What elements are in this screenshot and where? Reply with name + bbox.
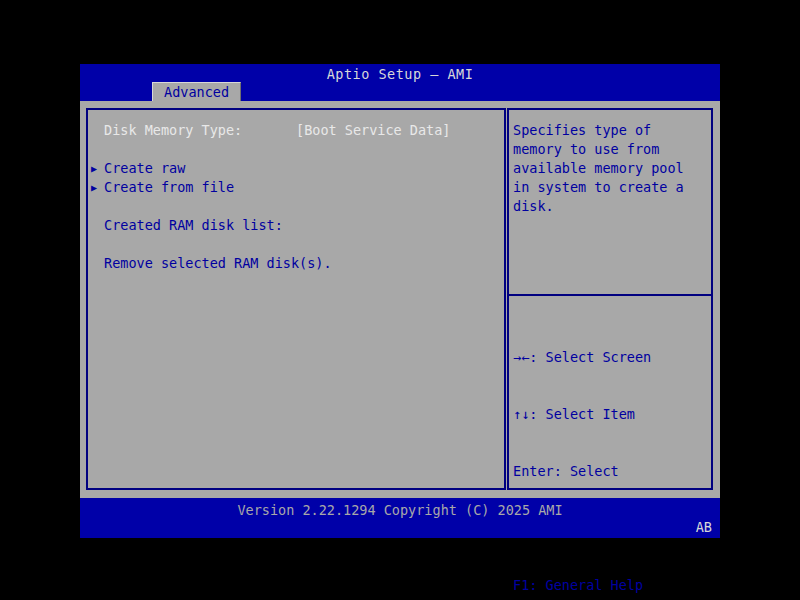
title-bar: Aptio Setup – AMI Advanced (80, 64, 720, 101)
menu-item-label: Create from file (104, 179, 234, 195)
option-disk-memory-type[interactable]: Disk Memory Type:[Boot Service Data] (88, 121, 504, 140)
spacer (88, 140, 504, 159)
ab-badge: AB (696, 519, 712, 535)
menu-item-create-from-file[interactable]: ▶Create from file (88, 178, 504, 197)
tab-advanced[interactable]: Advanced (152, 82, 241, 101)
submenu-arrow-icon: ▶ (91, 159, 97, 178)
submenu-arrow-icon: ▶ (91, 178, 97, 197)
help-description: Specifies type of memory to use from ava… (509, 110, 711, 216)
created-ram-disk-list-label: Created RAM disk list: (88, 216, 504, 235)
hotkey-item: →←: Select Screen (513, 348, 709, 367)
spacer (88, 235, 504, 254)
bios-setup-screen: Aptio Setup – AMI Advanced Disk Memory T… (80, 64, 720, 538)
option-value: [Boot Service Data] (296, 121, 450, 140)
menu-item-remove-selected-ram-disks[interactable]: Remove selected RAM disk(s). (88, 254, 504, 273)
app-title: Aptio Setup – AMI (80, 66, 720, 82)
version-text: Version 2.22.1294 Copyright (C) 2025 AMI (80, 502, 720, 518)
options-panel: Disk Memory Type:[Boot Service Data] ▶Cr… (86, 108, 506, 490)
help-panel: Specifies type of memory to use from ava… (507, 108, 713, 490)
hotkey-item: Enter: Select (513, 462, 709, 481)
menu-item-label: Create raw (104, 160, 185, 176)
menu-item-create-raw[interactable]: ▶Create raw (88, 159, 504, 178)
spacer (88, 197, 504, 216)
hotkey-legend: →←: Select Screen ↑↓: Select Item Enter:… (513, 310, 709, 600)
option-label: Disk Memory Type: (104, 122, 242, 138)
hotkey-item: F1: General Help (513, 576, 709, 595)
help-separator (509, 294, 711, 296)
hotkey-item: ↑↓: Select Item (513, 405, 709, 424)
footer-bar: Version 2.22.1294 Copyright (C) 2025 AMI… (80, 498, 720, 538)
